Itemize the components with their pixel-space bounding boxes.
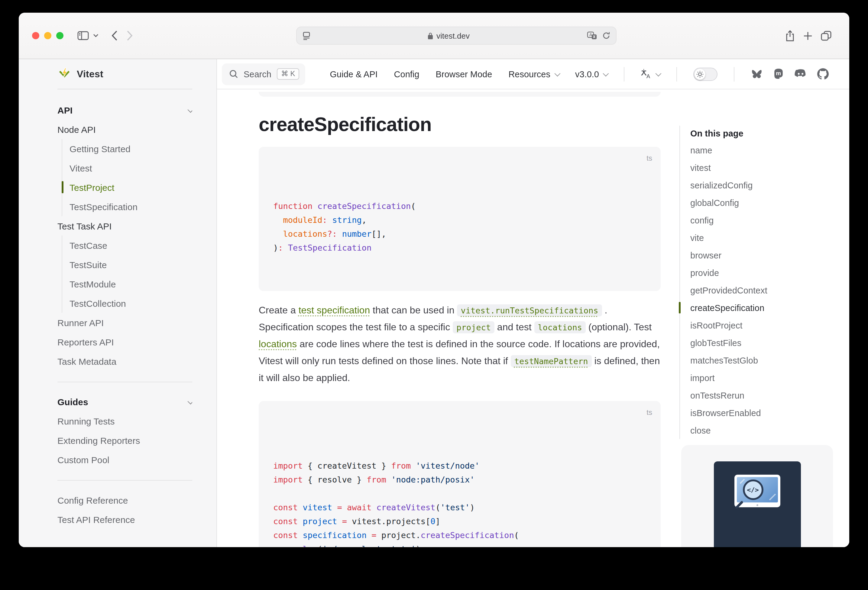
inline-code-locations: locations <box>534 321 586 333</box>
mastodon-icon[interactable]: m <box>773 68 784 80</box>
logo-row[interactable]: Vitest <box>58 59 192 89</box>
sidebar-item-node-api[interactable]: Node API <box>58 119 192 139</box>
sidebar-item-reporters-api[interactable]: Reporters API <box>58 332 192 352</box>
nav-link-v3-0-0[interactable]: v3.0.0 <box>575 69 607 79</box>
language-icon: A <box>641 69 652 79</box>
sidebar-subgroup: TestCaseTestSuiteTestModuleTestCollectio… <box>62 235 192 313</box>
nav-divider <box>624 67 624 81</box>
sidebar-item-task-metadata[interactable]: Task Metadata <box>58 352 192 371</box>
sidebar-item-testsuite[interactable]: TestSuite <box>69 255 192 274</box>
discord-icon[interactable] <box>794 69 807 79</box>
reader-icon[interactable] <box>302 31 310 40</box>
outline-title: On this page <box>690 126 833 141</box>
main-area: createSpecification ts function createSp… <box>217 89 849 547</box>
code-line: function createSpecification( <box>273 199 646 213</box>
toc-item-ontestsrerun[interactable]: onTestsRerun <box>690 387 833 404</box>
search-button[interactable]: Search ⌘ K <box>222 63 306 85</box>
inline-code-vitest-runtestspecifications: vitest.runTestSpecifications <box>457 305 602 316</box>
sidebar-item-running-tests[interactable]: Running Tests <box>58 411 192 431</box>
sidebar-item-custom-pool[interactable]: Custom Pool <box>58 450 192 469</box>
code-line: ): TestSpecification <box>273 241 646 255</box>
nav-link-browser-mode[interactable]: Browser Mode <box>435 69 492 79</box>
code-line: const specification = project.createSpec… <box>273 528 646 542</box>
toc-item-serializedconfig[interactable]: serializedConfig <box>690 177 833 194</box>
tab-chevron-icon[interactable] <box>93 34 99 37</box>
nav-divider <box>734 67 734 81</box>
theme-toggle[interactable] <box>693 67 717 81</box>
sidebar-item-config-reference[interactable]: Config Reference <box>58 490 192 510</box>
sidebar-item-runner-api[interactable]: Runner API <box>58 313 192 332</box>
url-text-wrap: vitest.dev <box>310 31 587 40</box>
sidebar-item-testproject[interactable]: TestProject <box>69 178 192 197</box>
code-link-testnamepattern[interactable]: testNamePattern <box>511 356 592 366</box>
sidebar-group-guides[interactable]: Guides <box>58 392 192 411</box>
previous-code-block-edge <box>259 92 661 97</box>
code-block-example: ts import { createVitest } from 'vitest/… <box>259 401 661 547</box>
bluesky-icon[interactable] <box>751 69 763 79</box>
translate-badge-icon[interactable]: A <box>587 31 597 40</box>
outline-aside: On this page namevitestserializedConfigg… <box>679 89 849 547</box>
link-locations[interactable]: locations <box>259 339 297 349</box>
sidebar-item-getting-started[interactable]: Getting Started <box>69 139 192 158</box>
chevron-down-icon <box>188 398 192 404</box>
text-run: (optional). Test <box>586 322 652 332</box>
toc-item-getprovidedcontext[interactable]: getProvidedContext <box>690 281 833 299</box>
sidebar-item-testmodule[interactable]: TestModule <box>69 274 192 293</box>
back-icon[interactable] <box>111 30 118 41</box>
sidebar-item-test-api-reference[interactable]: Test API Reference <box>58 510 192 529</box>
link-test-specification[interactable]: test specification <box>298 305 370 315</box>
tabs-overview-icon[interactable] <box>821 31 832 41</box>
code-lang-badge: ts <box>647 152 652 165</box>
toolbar-right <box>781 30 836 41</box>
reload-icon[interactable] <box>602 31 610 40</box>
toc-item-isbrowserenabled[interactable]: isBrowserEnabled <box>690 404 833 422</box>
code-link-vitest-runtestspecifications[interactable]: vitest.runTestSpecifications <box>457 305 602 315</box>
nav-link-resources[interactable]: Resources <box>508 69 559 79</box>
sidebar-toggle-icon[interactable] <box>77 31 89 40</box>
toc-item-vite[interactable]: vite <box>690 229 833 246</box>
minimize-button[interactable] <box>44 32 52 39</box>
close-button[interactable] <box>32 32 39 39</box>
toc-item-config[interactable]: config <box>690 211 833 229</box>
sidebar-item-extending-reporters[interactable]: Extending Reporters <box>58 431 192 450</box>
sidebar-item-vitest[interactable]: Vitest <box>69 158 192 178</box>
address-bar[interactable]: vitest.dev A <box>296 26 616 45</box>
nav-link-config[interactable]: Config <box>394 69 419 79</box>
share-icon[interactable] <box>785 30 795 41</box>
sidebar-group-api[interactable]: API <box>58 100 192 119</box>
toc-item-isrootproject[interactable]: isRootProject <box>690 316 833 334</box>
text-run: Create a <box>259 305 298 315</box>
search-icon <box>229 69 238 78</box>
toc-item-globalconfig[interactable]: globalConfig <box>690 194 833 211</box>
language-menu[interactable]: A <box>641 69 660 79</box>
nav-link-label: Config <box>394 69 419 79</box>
toc-item-name[interactable]: name <box>690 141 833 159</box>
sidebar-item-testspecification[interactable]: TestSpecification <box>69 197 192 216</box>
forward-icon <box>126 30 133 41</box>
toc-item-vitest[interactable]: vitest <box>690 159 833 177</box>
toc-item-import[interactable]: import <box>690 369 833 387</box>
sponsor-card[interactable]: </> <box>681 445 833 547</box>
toc-item-close[interactable]: close <box>690 422 833 439</box>
doc-sidebar: Vitest APINode APIGetting StartedVitestT… <box>19 59 217 547</box>
sidebar-item-testcase[interactable]: TestCase <box>69 235 192 255</box>
zoom-button[interactable] <box>56 32 63 39</box>
github-icon[interactable] <box>817 68 829 80</box>
code-line: moduleId: string, <box>273 213 646 227</box>
sun-icon <box>695 69 706 79</box>
browser-toolbar: vitest.dev A <box>19 13 849 59</box>
search-label: Search <box>244 69 272 79</box>
toc-item-browser[interactable]: browser <box>690 246 833 264</box>
sidebar-item-testcollection[interactable]: TestCollection <box>69 293 192 313</box>
toc-item-globtestfiles[interactable]: globTestFiles <box>690 334 833 352</box>
new-tab-icon[interactable] <box>803 31 812 40</box>
chevron-down-icon <box>603 71 609 77</box>
toc-item-provide[interactable]: provide <box>690 264 833 281</box>
code-line: import { createVitest } from 'vitest/nod… <box>273 459 646 473</box>
nav-link-guide-api[interactable]: Guide & API <box>330 69 378 79</box>
sidebar-item-test-task-api[interactable]: Test Task API <box>58 216 192 235</box>
nav-link-label: Guide & API <box>330 69 378 79</box>
toc-item-matchestestglob[interactable]: matchesTestGlob <box>690 352 833 369</box>
search-shortcut: ⌘ K <box>277 68 300 80</box>
toc-item-createspecification[interactable]: createSpecification <box>690 299 833 316</box>
